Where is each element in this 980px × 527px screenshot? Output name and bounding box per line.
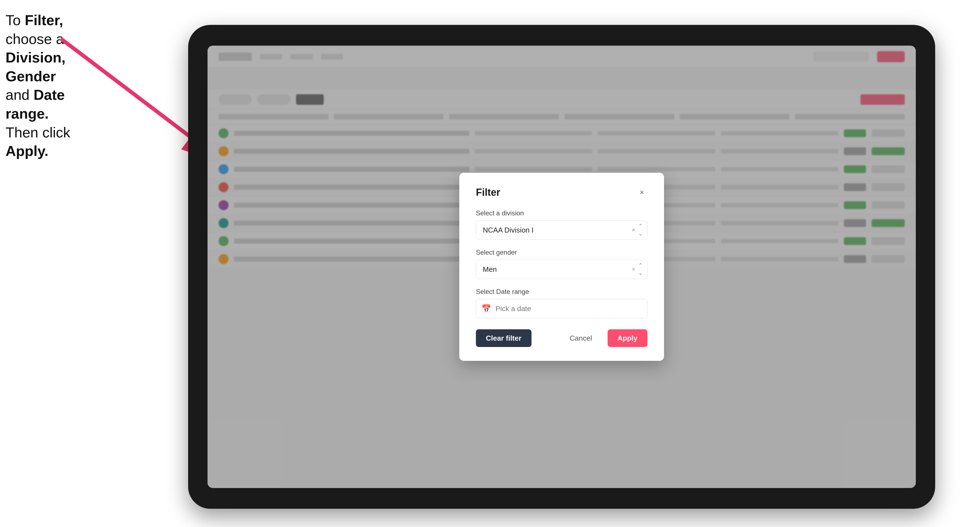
date-input-wrapper: 📅	[476, 299, 648, 318]
modal-footer-right: Cancel Apply	[560, 329, 648, 347]
gender-select-wrapper: Men Women Co-ed × ⌃⌄	[476, 260, 648, 279]
calendar-icon: 📅	[481, 304, 491, 313]
division-select-icons: × ⌃⌄	[632, 223, 643, 237]
apply-button[interactable]: Apply	[608, 329, 648, 347]
instruction-block: To Filter, choose aDivision, Genderand D…	[6, 11, 91, 160]
division-arrow-icon: ⌃⌄	[638, 223, 643, 237]
gender-form-group: Select gender Men Women Co-ed × ⌃⌄	[476, 249, 648, 279]
clear-filter-button[interactable]: Clear filter	[476, 329, 531, 347]
modal-footer: Clear filter Cancel Apply	[476, 329, 648, 347]
gender-label: Select gender	[476, 249, 648, 256]
modal-title: Filter	[476, 187, 500, 198]
date-range-form-group: Select Date range 📅	[476, 288, 648, 318]
gender-select-icons: × ⌃⌄	[632, 262, 643, 276]
filter-modal: Filter × Select a division NCAA Division…	[459, 173, 664, 361]
date-range-input[interactable]	[476, 299, 648, 318]
gender-select[interactable]: Men Women Co-ed	[476, 260, 648, 279]
instruction-line1: To Filter, choose aDivision, Genderand D…	[6, 12, 70, 159]
gender-arrow-icon: ⌃⌄	[638, 262, 643, 276]
division-select[interactable]: NCAA Division I NCAA Division II NCAA Di…	[476, 221, 648, 240]
date-range-label: Select Date range	[476, 288, 648, 295]
division-select-wrapper: NCAA Division I NCAA Division II NCAA Di…	[476, 221, 648, 240]
modal-backdrop: Filter × Select a division NCAA Division…	[207, 46, 916, 488]
modal-close-button[interactable]: ×	[636, 187, 648, 198]
division-form-group: Select a division NCAA Division I NCAA D…	[476, 209, 648, 240]
tablet-device: Filter × Select a division NCAA Division…	[188, 25, 935, 509]
division-clear-icon[interactable]: ×	[632, 227, 635, 233]
division-label: Select a division	[476, 209, 648, 217]
cancel-button[interactable]: Cancel	[560, 329, 602, 347]
gender-clear-icon[interactable]: ×	[632, 266, 635, 272]
modal-header: Filter ×	[476, 187, 648, 198]
tablet-screen: Filter × Select a division NCAA Division…	[207, 46, 916, 488]
